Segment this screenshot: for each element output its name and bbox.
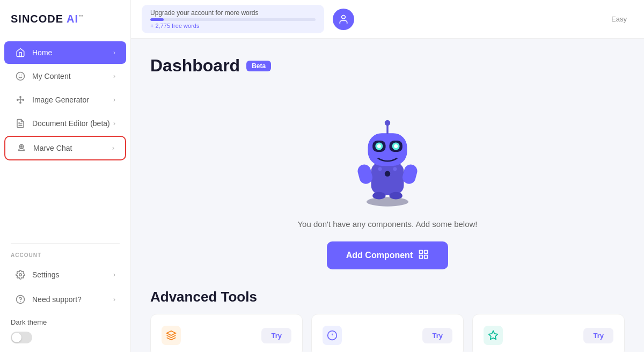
svg-rect-19: [371, 162, 404, 195]
empty-state-text: You don't have any components. Add some …: [297, 219, 477, 229]
sidebar-item-my-content[interactable]: My Content ›: [4, 65, 126, 87]
svg-point-33: [378, 167, 382, 171]
image-generator-icon: [15, 94, 26, 105]
upgrade-banner[interactable]: Upgrade your account for more words + 2,…: [142, 5, 324, 33]
advanced-tools-title: Advanced Tools: [150, 289, 625, 305]
tools-grid: Try Try Try: [150, 314, 625, 352]
easy-label: Easy: [611, 15, 627, 23]
settings-chevron: ›: [113, 271, 115, 278]
marve-chat-chevron: ›: [112, 144, 114, 152]
tool-icon-1: [162, 326, 181, 345]
upgrade-bar-fill: [150, 18, 164, 21]
sidebar-item-image-generator-label: Image Generator: [32, 96, 89, 104]
my-content-chevron: ›: [113, 72, 115, 80]
toggle-knob: [12, 333, 21, 342]
topbar: Upgrade your account for more words + 2,…: [131, 0, 644, 39]
tool-try-button-3[interactable]: Try: [583, 328, 613, 343]
sidebar-item-settings-label: Settings: [32, 270, 60, 279]
marve-chat-icon: [16, 143, 27, 153]
svg-rect-39: [425, 255, 428, 259]
my-content-icon: [15, 71, 26, 82]
logo-sincode: SINCODE: [11, 13, 63, 25]
add-component-label: Add Component: [346, 251, 413, 260]
logo-ai: AI: [63, 13, 78, 25]
content-area: Dashboard Beta: [131, 39, 644, 352]
document-editor-chevron: ›: [113, 120, 115, 127]
advanced-tools-section: Advanced Tools Try Try: [150, 289, 625, 352]
sidebar-item-home[interactable]: Home ›: [4, 41, 126, 64]
sidebar-item-marve-chat[interactable]: Marve Chat ›: [4, 136, 126, 160]
home-icon: [15, 47, 26, 58]
dark-theme-toggle[interactable]: [11, 332, 32, 343]
settings-icon: [15, 269, 26, 280]
sidebar-item-marve-chat-label: Marve Chat: [33, 144, 72, 152]
empty-state-message: You don't have any components. Add some …: [297, 219, 477, 229]
svg-point-36: [389, 192, 402, 200]
upgrade-bar-wrap: [150, 18, 316, 21]
svg-point-29: [385, 120, 390, 126]
tool-icon-3: [484, 326, 503, 345]
tool-card-3[interactable]: Try: [472, 314, 625, 352]
svg-point-13: [19, 274, 22, 276]
upgrade-words: + 2,775 free words: [150, 23, 316, 29]
dark-theme-row: Dark theme: [0, 314, 130, 331]
dark-theme-label: Dark theme: [11, 318, 47, 326]
svg-marker-44: [489, 331, 498, 340]
sidebar-item-need-support[interactable]: Need support? ›: [4, 288, 126, 311]
svg-point-34: [393, 167, 397, 171]
svg-rect-38: [425, 251, 428, 254]
logo-area: SINCODE AI™: [0, 0, 130, 40]
upgrade-bar-bg: [150, 18, 316, 21]
sidebar-item-document-editor-label: Document Editor (beta): [32, 119, 110, 128]
svg-point-12: [21, 146, 23, 148]
logo-tm: ™: [78, 14, 84, 19]
add-component-button[interactable]: Add Component: [327, 241, 448, 269]
svg-point-8: [20, 102, 21, 103]
sidebar-item-my-content-label: My Content: [32, 72, 71, 80]
sidebar-item-document-editor[interactable]: Document Editor (beta) ›: [4, 112, 126, 135]
robot-illustration: [339, 101, 436, 209]
image-generator-chevron: ›: [113, 96, 115, 104]
svg-point-18: [367, 197, 408, 206]
tool-icon-2: [323, 326, 342, 345]
svg-point-6: [23, 99, 24, 100]
page-header: Dashboard Beta: [150, 56, 625, 76]
svg-rect-37: [420, 251, 423, 254]
document-editor-icon: [15, 118, 26, 129]
tool-try-button-1[interactable]: Try: [261, 328, 291, 343]
sidebar-divider: [11, 243, 120, 244]
svg-point-5: [20, 97, 21, 98]
svg-point-26: [377, 144, 381, 148]
svg-rect-40: [420, 255, 423, 259]
sidebar: SINCODE AI™ Home › My Content › Image Ge…: [0, 0, 131, 352]
beta-badge: Beta: [246, 61, 271, 71]
add-component-icon: [418, 249, 429, 262]
svg-point-32: [385, 171, 390, 177]
svg-point-35: [372, 192, 385, 200]
svg-point-0: [17, 72, 25, 80]
tool-card-1[interactable]: Try: [150, 314, 303, 352]
empty-state: You don't have any components. Add some …: [150, 91, 625, 289]
svg-point-16: [342, 15, 346, 19]
logo-text: SINCODE AI™: [11, 13, 84, 25]
sidebar-item-need-support-label: Need support?: [32, 295, 82, 304]
need-support-chevron: ›: [113, 296, 115, 303]
page-title: Dashboard: [150, 56, 240, 76]
user-avatar-button[interactable]: [333, 9, 354, 30]
svg-point-7: [17, 99, 18, 100]
sidebar-item-home-label: Home: [32, 48, 52, 57]
need-support-icon: [15, 294, 26, 305]
sidebar-item-settings[interactable]: Settings ›: [4, 263, 126, 286]
account-section-label: ACCOUNT: [0, 250, 130, 262]
tool-try-button-2[interactable]: Try: [422, 328, 452, 343]
main-content: Upgrade your account for more words + 2,…: [131, 0, 644, 352]
home-chevron: ›: [113, 49, 115, 56]
sidebar-item-image-generator[interactable]: Image Generator ›: [4, 89, 126, 111]
sidebar-nav: Home › My Content › Image Generator › Do…: [0, 40, 130, 237]
upgrade-title: Upgrade your account for more words: [150, 9, 316, 17]
tool-card-2[interactable]: Try: [311, 314, 464, 352]
svg-point-27: [394, 144, 398, 148]
